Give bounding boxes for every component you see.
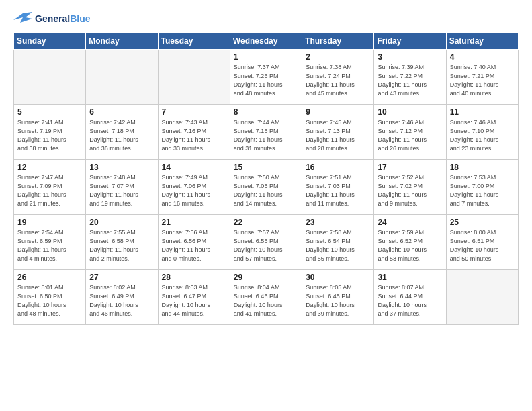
day-number: 24 bbox=[378, 218, 442, 227]
day-number: 14 bbox=[162, 163, 226, 172]
day-number: 10 bbox=[378, 107, 442, 117]
calendar-cell: 15Sunrise: 7:50 AM Sunset: 7:05 PM Dayli… bbox=[230, 160, 302, 215]
day-info: Sunrise: 8:05 AM Sunset: 6:45 PM Dayligh… bbox=[306, 283, 370, 318]
calendar-cell: 2Sunrise: 7:38 AM Sunset: 7:24 PM Daylig… bbox=[302, 50, 374, 105]
day-number: 21 bbox=[162, 218, 226, 227]
day-number: 25 bbox=[450, 218, 515, 227]
calendar-cell: 19Sunrise: 7:54 AM Sunset: 6:59 PM Dayli… bbox=[14, 215, 86, 270]
day-info: Sunrise: 7:59 AM Sunset: 6:52 PM Dayligh… bbox=[378, 228, 442, 263]
day-info: Sunrise: 7:39 AM Sunset: 7:22 PM Dayligh… bbox=[378, 63, 442, 98]
day-number: 8 bbox=[234, 107, 298, 117]
day-number: 7 bbox=[162, 107, 226, 117]
calendar-cell: 9Sunrise: 7:45 AM Sunset: 7:13 PM Daylig… bbox=[302, 105, 374, 160]
day-info: Sunrise: 7:55 AM Sunset: 6:58 PM Dayligh… bbox=[89, 228, 154, 263]
day-info: Sunrise: 7:51 AM Sunset: 7:03 PM Dayligh… bbox=[306, 173, 370, 208]
day-info: Sunrise: 7:37 AM Sunset: 7:26 PM Dayligh… bbox=[234, 63, 298, 98]
day-info: Sunrise: 7:52 AM Sunset: 7:02 PM Dayligh… bbox=[378, 173, 442, 208]
calendar-cell: 24Sunrise: 7:59 AM Sunset: 6:52 PM Dayli… bbox=[374, 215, 446, 270]
day-info: Sunrise: 8:02 AM Sunset: 6:49 PM Dayligh… bbox=[89, 283, 154, 318]
calendar-cell: 31Sunrise: 8:07 AM Sunset: 6:44 PM Dayli… bbox=[374, 270, 446, 325]
calendar-cell: 29Sunrise: 8:04 AM Sunset: 6:46 PM Dayli… bbox=[230, 270, 302, 325]
day-number: 11 bbox=[450, 107, 515, 117]
weekday-header-saturday: Saturday bbox=[446, 33, 518, 50]
weekday-header-wednesday: Wednesday bbox=[230, 33, 302, 50]
day-number: 9 bbox=[306, 107, 370, 117]
weekday-header-sunday: Sunday bbox=[14, 33, 86, 50]
day-info: Sunrise: 7:50 AM Sunset: 7:05 PM Dayligh… bbox=[234, 173, 298, 208]
calendar-cell: 30Sunrise: 8:05 AM Sunset: 6:45 PM Dayli… bbox=[302, 270, 374, 325]
calendar-cell: 5Sunrise: 7:41 AM Sunset: 7:19 PM Daylig… bbox=[14, 105, 86, 160]
day-number: 12 bbox=[17, 163, 82, 172]
calendar-cell: 10Sunrise: 7:46 AM Sunset: 7:12 PM Dayli… bbox=[374, 105, 446, 160]
calendar-cell: 26Sunrise: 8:01 AM Sunset: 6:50 PM Dayli… bbox=[14, 270, 86, 325]
calendar-cell: 6Sunrise: 7:42 AM Sunset: 7:18 PM Daylig… bbox=[86, 105, 158, 160]
day-number: 29 bbox=[234, 273, 298, 282]
calendar-cell: 13Sunrise: 7:48 AM Sunset: 7:07 PM Dayli… bbox=[86, 160, 158, 215]
calendar-cell: 12Sunrise: 7:47 AM Sunset: 7:09 PM Dayli… bbox=[14, 160, 86, 215]
calendar-cell bbox=[446, 270, 518, 325]
weekday-header-friday: Friday bbox=[374, 33, 446, 50]
day-info: Sunrise: 8:04 AM Sunset: 6:46 PM Dayligh… bbox=[234, 283, 298, 318]
day-info: Sunrise: 7:57 AM Sunset: 6:55 PM Dayligh… bbox=[234, 228, 298, 263]
calendar-cell: 27Sunrise: 8:02 AM Sunset: 6:49 PM Dayli… bbox=[86, 270, 158, 325]
day-info: Sunrise: 7:46 AM Sunset: 7:12 PM Dayligh… bbox=[378, 118, 442, 153]
day-number: 16 bbox=[306, 163, 370, 172]
day-number: 6 bbox=[89, 107, 154, 117]
calendar-cell: 20Sunrise: 7:55 AM Sunset: 6:58 PM Dayli… bbox=[86, 215, 158, 270]
calendar-cell: 18Sunrise: 7:53 AM Sunset: 7:00 PM Dayli… bbox=[446, 160, 518, 215]
calendar-cell: 8Sunrise: 7:44 AM Sunset: 7:15 PM Daylig… bbox=[230, 105, 302, 160]
day-number: 31 bbox=[378, 273, 442, 282]
weekday-header-monday: Monday bbox=[86, 33, 158, 50]
day-info: Sunrise: 7:44 AM Sunset: 7:15 PM Dayligh… bbox=[234, 118, 298, 153]
logo-icon bbox=[13, 11, 32, 27]
calendar-cell: 11Sunrise: 7:46 AM Sunset: 7:10 PM Dayli… bbox=[446, 105, 518, 160]
day-info: Sunrise: 7:48 AM Sunset: 7:07 PM Dayligh… bbox=[89, 173, 154, 208]
day-info: Sunrise: 7:54 AM Sunset: 6:59 PM Dayligh… bbox=[17, 228, 82, 263]
day-number: 13 bbox=[89, 163, 154, 172]
day-info: Sunrise: 8:01 AM Sunset: 6:50 PM Dayligh… bbox=[17, 283, 82, 318]
day-number: 30 bbox=[306, 273, 370, 282]
day-number: 2 bbox=[306, 52, 370, 62]
day-info: Sunrise: 7:47 AM Sunset: 7:09 PM Dayligh… bbox=[17, 173, 82, 208]
calendar-cell: 17Sunrise: 7:52 AM Sunset: 7:02 PM Dayli… bbox=[374, 160, 446, 215]
day-number: 19 bbox=[17, 218, 82, 227]
day-number: 22 bbox=[234, 218, 298, 227]
calendar-cell: 23Sunrise: 7:58 AM Sunset: 6:54 PM Dayli… bbox=[302, 215, 374, 270]
calendar-cell: 7Sunrise: 7:43 AM Sunset: 7:16 PM Daylig… bbox=[158, 105, 230, 160]
day-info: Sunrise: 7:45 AM Sunset: 7:13 PM Dayligh… bbox=[306, 118, 370, 153]
day-info: Sunrise: 8:07 AM Sunset: 6:44 PM Dayligh… bbox=[378, 283, 442, 318]
calendar-cell bbox=[158, 50, 230, 105]
calendar-cell: 4Sunrise: 7:40 AM Sunset: 7:21 PM Daylig… bbox=[446, 50, 518, 105]
day-number: 18 bbox=[450, 163, 515, 172]
day-info: Sunrise: 7:58 AM Sunset: 6:54 PM Dayligh… bbox=[306, 228, 370, 263]
day-number: 5 bbox=[17, 107, 82, 117]
day-info: Sunrise: 7:53 AM Sunset: 7:00 PM Dayligh… bbox=[450, 173, 515, 208]
day-number: 23 bbox=[306, 218, 370, 227]
day-info: Sunrise: 7:43 AM Sunset: 7:16 PM Dayligh… bbox=[162, 118, 226, 153]
calendar-header-row: SundayMondayTuesdayWednesdayThursdayFrid… bbox=[14, 33, 519, 50]
page-header: GeneralBlue bbox=[13, 11, 519, 27]
calendar-cell: 16Sunrise: 7:51 AM Sunset: 7:03 PM Dayli… bbox=[302, 160, 374, 215]
day-number: 26 bbox=[17, 273, 82, 282]
day-info: Sunrise: 7:42 AM Sunset: 7:18 PM Dayligh… bbox=[89, 118, 154, 153]
day-info: Sunrise: 7:41 AM Sunset: 7:19 PM Dayligh… bbox=[17, 118, 82, 153]
weekday-header-tuesday: Tuesday bbox=[158, 33, 230, 50]
day-info: Sunrise: 7:56 AM Sunset: 6:56 PM Dayligh… bbox=[162, 228, 226, 263]
day-number: 4 bbox=[450, 52, 515, 62]
calendar-cell: 3Sunrise: 7:39 AM Sunset: 7:22 PM Daylig… bbox=[374, 50, 446, 105]
svg-marker-0 bbox=[13, 12, 32, 23]
calendar-cell: 21Sunrise: 7:56 AM Sunset: 6:56 PM Dayli… bbox=[158, 215, 230, 270]
day-info: Sunrise: 8:00 AM Sunset: 6:51 PM Dayligh… bbox=[450, 228, 515, 263]
day-info: Sunrise: 7:38 AM Sunset: 7:24 PM Dayligh… bbox=[306, 63, 370, 98]
day-number: 3 bbox=[378, 52, 442, 62]
day-number: 15 bbox=[234, 163, 298, 172]
logo: GeneralBlue bbox=[13, 11, 90, 27]
calendar-cell: 25Sunrise: 8:00 AM Sunset: 6:51 PM Dayli… bbox=[446, 215, 518, 270]
day-number: 27 bbox=[89, 273, 154, 282]
day-number: 20 bbox=[89, 218, 154, 227]
calendar-cell: 22Sunrise: 7:57 AM Sunset: 6:55 PM Dayli… bbox=[230, 215, 302, 270]
day-info: Sunrise: 7:49 AM Sunset: 7:06 PM Dayligh… bbox=[162, 173, 226, 208]
day-number: 1 bbox=[234, 52, 298, 62]
logo-text: GeneralBlue bbox=[35, 13, 90, 25]
calendar-cell bbox=[86, 50, 158, 105]
